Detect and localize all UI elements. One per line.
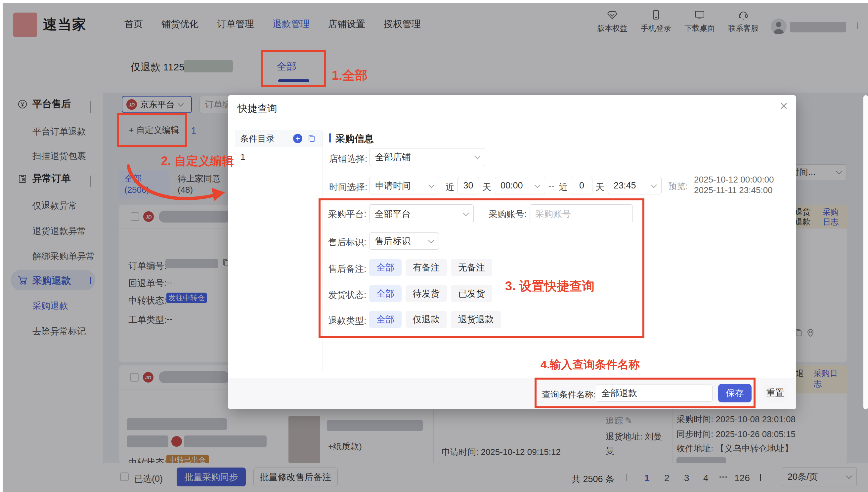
annotation-box-4: [535, 377, 755, 408]
annotation-text-1: 1.全部: [332, 67, 367, 84]
annotation-box-1: [261, 50, 326, 87]
condition-directory-header: 条件目录 +: [235, 130, 322, 147]
range-dash: --: [549, 181, 554, 192]
annotation-text-3: 3. 设置快捷查询: [505, 278, 595, 295]
chevron-down-icon: [534, 182, 540, 188]
near-label-2: 近: [559, 181, 568, 193]
time-start-select[interactable]: 00:00: [495, 177, 545, 194]
modal-header-divider: [228, 118, 796, 118]
store-select-label: 店铺选择:: [329, 153, 367, 165]
section-title: 采购信息: [335, 132, 374, 146]
time-select-label: 时间选择:: [329, 181, 367, 193]
days-input-1[interactable]: 30: [457, 177, 479, 194]
window-frame-top: [0, 0, 868, 3]
condition-item-1[interactable]: 1: [235, 147, 322, 167]
section-accent-bar: [329, 133, 331, 143]
annotation-text-4: 4.输入查询条件名称: [540, 357, 640, 372]
window-frame-left: [0, 0, 3, 492]
preview-label: 预览:: [668, 180, 688, 192]
day-label-2: 天: [596, 181, 604, 193]
annotation-arrow: [116, 159, 235, 215]
app-root: 速当家 首页 铺货优化 订单管理 退款管理 店铺设置 授权管理 版本权益 手机登…: [0, 0, 868, 492]
preview-end: 2025-11-11 23:45:00: [694, 185, 773, 195]
add-condition-icon[interactable]: +: [293, 134, 302, 143]
time-end-select[interactable]: 23:45: [608, 177, 661, 194]
condition-directory-panel: 条件目录 + 1: [235, 130, 323, 370]
chevron-down-icon: [651, 182, 657, 188]
chevron-down-icon: [474, 153, 480, 159]
copy-condition-icon[interactable]: [307, 134, 316, 143]
time-type-select[interactable]: 申请时间: [369, 177, 439, 194]
page-scrollbar[interactable]: [863, 95, 868, 409]
store-select[interactable]: 全部店铺: [369, 148, 485, 166]
reset-button[interactable]: 重置: [763, 385, 788, 401]
annotation-box-3: [318, 198, 644, 338]
modal-title: 快捷查询: [238, 102, 277, 115]
condition-directory-title: 条件目录: [240, 133, 274, 145]
chevron-down-icon: [428, 182, 434, 188]
preview-start: 2025-10-12 00:00:00: [694, 175, 774, 185]
close-icon[interactable]: ×: [780, 99, 788, 113]
day-label: 天: [482, 181, 491, 193]
time-type-value: 申请时间: [375, 180, 411, 192]
near-label: 近: [445, 181, 455, 193]
store-select-value: 全部店铺: [375, 151, 411, 163]
annotation-box-2: [117, 113, 187, 147]
days-input-2[interactable]: 0: [571, 177, 593, 194]
